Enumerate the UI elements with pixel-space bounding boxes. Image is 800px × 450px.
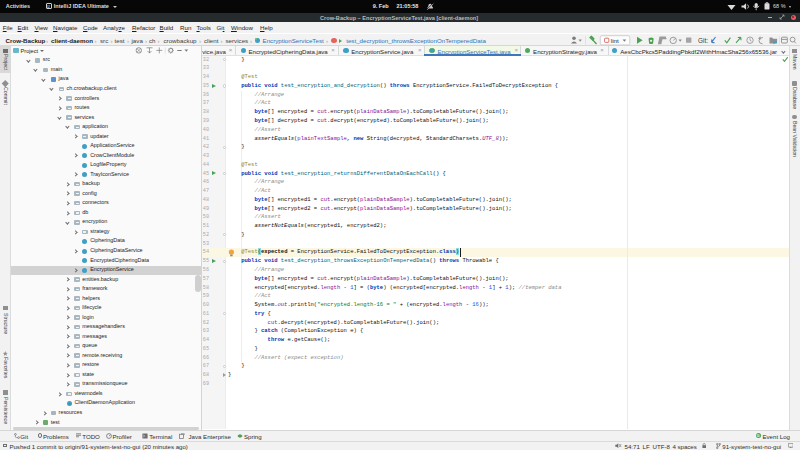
svg-text:Git:: Git: [698,36,708,43]
svg-text:lint: lint [611,36,619,43]
